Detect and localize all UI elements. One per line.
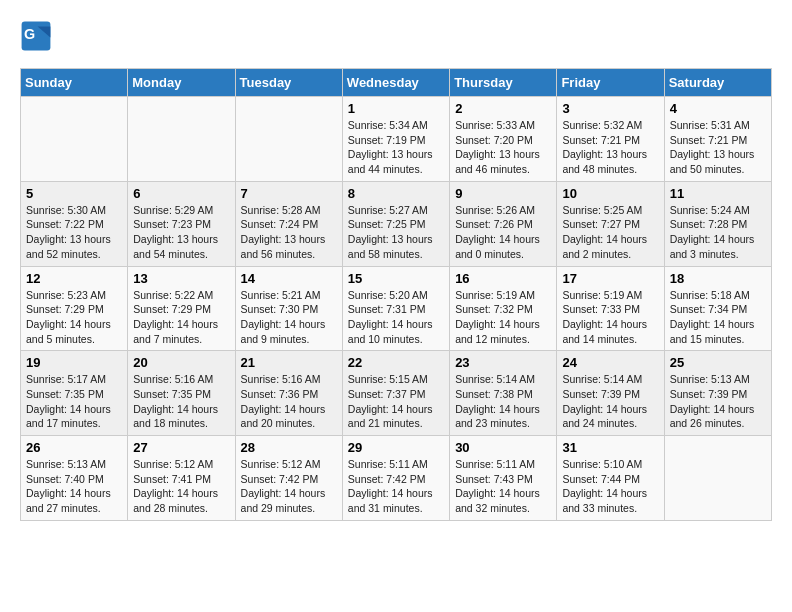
day-number: 30 (455, 440, 551, 455)
day-info: Sunrise: 5:26 AMSunset: 7:26 PMDaylight:… (455, 203, 551, 262)
calendar-cell: 29Sunrise: 5:11 AMSunset: 7:42 PMDayligh… (342, 436, 449, 521)
calendar-cell: 4Sunrise: 5:31 AMSunset: 7:21 PMDaylight… (664, 97, 771, 182)
calendar-week-row: 1Sunrise: 5:34 AMSunset: 7:19 PMDaylight… (21, 97, 772, 182)
calendar-cell: 16Sunrise: 5:19 AMSunset: 7:32 PMDayligh… (450, 266, 557, 351)
day-info: Sunrise: 5:12 AMSunset: 7:42 PMDaylight:… (241, 457, 337, 516)
day-info: Sunrise: 5:30 AMSunset: 7:22 PMDaylight:… (26, 203, 122, 262)
day-number: 1 (348, 101, 444, 116)
day-info: Sunrise: 5:24 AMSunset: 7:28 PMDaylight:… (670, 203, 766, 262)
calendar-cell: 9Sunrise: 5:26 AMSunset: 7:26 PMDaylight… (450, 181, 557, 266)
calendar-cell: 17Sunrise: 5:19 AMSunset: 7:33 PMDayligh… (557, 266, 664, 351)
calendar-cell: 12Sunrise: 5:23 AMSunset: 7:29 PMDayligh… (21, 266, 128, 351)
day-number: 5 (26, 186, 122, 201)
day-info: Sunrise: 5:25 AMSunset: 7:27 PMDaylight:… (562, 203, 658, 262)
calendar-cell: 3Sunrise: 5:32 AMSunset: 7:21 PMDaylight… (557, 97, 664, 182)
day-number: 4 (670, 101, 766, 116)
day-number: 27 (133, 440, 229, 455)
svg-text:G: G (24, 26, 35, 42)
day-info: Sunrise: 5:32 AMSunset: 7:21 PMDaylight:… (562, 118, 658, 177)
day-number: 21 (241, 355, 337, 370)
calendar-cell: 27Sunrise: 5:12 AMSunset: 7:41 PMDayligh… (128, 436, 235, 521)
day-number: 25 (670, 355, 766, 370)
calendar-week-row: 12Sunrise: 5:23 AMSunset: 7:29 PMDayligh… (21, 266, 772, 351)
calendar-week-row: 26Sunrise: 5:13 AMSunset: 7:40 PMDayligh… (21, 436, 772, 521)
day-number: 28 (241, 440, 337, 455)
day-number: 31 (562, 440, 658, 455)
day-info: Sunrise: 5:19 AMSunset: 7:33 PMDaylight:… (562, 288, 658, 347)
day-number: 24 (562, 355, 658, 370)
day-info: Sunrise: 5:15 AMSunset: 7:37 PMDaylight:… (348, 372, 444, 431)
calendar-table: SundayMondayTuesdayWednesdayThursdayFrid… (20, 68, 772, 521)
weekday-header: Thursday (450, 69, 557, 97)
day-info: Sunrise: 5:13 AMSunset: 7:40 PMDaylight:… (26, 457, 122, 516)
calendar-cell (21, 97, 128, 182)
calendar-week-row: 19Sunrise: 5:17 AMSunset: 7:35 PMDayligh… (21, 351, 772, 436)
calendar-cell: 10Sunrise: 5:25 AMSunset: 7:27 PMDayligh… (557, 181, 664, 266)
day-info: Sunrise: 5:13 AMSunset: 7:39 PMDaylight:… (670, 372, 766, 431)
calendar-header-row: SundayMondayTuesdayWednesdayThursdayFrid… (21, 69, 772, 97)
day-info: Sunrise: 5:10 AMSunset: 7:44 PMDaylight:… (562, 457, 658, 516)
day-number: 10 (562, 186, 658, 201)
calendar-cell (664, 436, 771, 521)
day-info: Sunrise: 5:28 AMSunset: 7:24 PMDaylight:… (241, 203, 337, 262)
day-number: 9 (455, 186, 551, 201)
calendar-cell: 2Sunrise: 5:33 AMSunset: 7:20 PMDaylight… (450, 97, 557, 182)
day-number: 15 (348, 271, 444, 286)
day-number: 17 (562, 271, 658, 286)
day-info: Sunrise: 5:20 AMSunset: 7:31 PMDaylight:… (348, 288, 444, 347)
logo-icon: G (20, 20, 52, 52)
day-info: Sunrise: 5:27 AMSunset: 7:25 PMDaylight:… (348, 203, 444, 262)
day-info: Sunrise: 5:14 AMSunset: 7:38 PMDaylight:… (455, 372, 551, 431)
day-number: 2 (455, 101, 551, 116)
day-info: Sunrise: 5:22 AMSunset: 7:29 PMDaylight:… (133, 288, 229, 347)
page-header: G (20, 20, 772, 52)
day-info: Sunrise: 5:18 AMSunset: 7:34 PMDaylight:… (670, 288, 766, 347)
calendar-cell: 26Sunrise: 5:13 AMSunset: 7:40 PMDayligh… (21, 436, 128, 521)
calendar-cell: 28Sunrise: 5:12 AMSunset: 7:42 PMDayligh… (235, 436, 342, 521)
calendar-cell: 30Sunrise: 5:11 AMSunset: 7:43 PMDayligh… (450, 436, 557, 521)
day-info: Sunrise: 5:29 AMSunset: 7:23 PMDaylight:… (133, 203, 229, 262)
weekday-header: Saturday (664, 69, 771, 97)
day-number: 26 (26, 440, 122, 455)
day-number: 7 (241, 186, 337, 201)
calendar-cell: 25Sunrise: 5:13 AMSunset: 7:39 PMDayligh… (664, 351, 771, 436)
day-info: Sunrise: 5:14 AMSunset: 7:39 PMDaylight:… (562, 372, 658, 431)
calendar-cell: 19Sunrise: 5:17 AMSunset: 7:35 PMDayligh… (21, 351, 128, 436)
day-number: 16 (455, 271, 551, 286)
day-number: 6 (133, 186, 229, 201)
day-info: Sunrise: 5:11 AMSunset: 7:43 PMDaylight:… (455, 457, 551, 516)
day-number: 29 (348, 440, 444, 455)
calendar-cell: 24Sunrise: 5:14 AMSunset: 7:39 PMDayligh… (557, 351, 664, 436)
calendar-cell: 22Sunrise: 5:15 AMSunset: 7:37 PMDayligh… (342, 351, 449, 436)
weekday-header: Sunday (21, 69, 128, 97)
calendar-cell: 18Sunrise: 5:18 AMSunset: 7:34 PMDayligh… (664, 266, 771, 351)
day-number: 13 (133, 271, 229, 286)
calendar-cell: 6Sunrise: 5:29 AMSunset: 7:23 PMDaylight… (128, 181, 235, 266)
calendar-cell: 20Sunrise: 5:16 AMSunset: 7:35 PMDayligh… (128, 351, 235, 436)
calendar-cell (128, 97, 235, 182)
day-info: Sunrise: 5:21 AMSunset: 7:30 PMDaylight:… (241, 288, 337, 347)
day-info: Sunrise: 5:11 AMSunset: 7:42 PMDaylight:… (348, 457, 444, 516)
day-number: 12 (26, 271, 122, 286)
weekday-header: Wednesday (342, 69, 449, 97)
calendar-cell: 1Sunrise: 5:34 AMSunset: 7:19 PMDaylight… (342, 97, 449, 182)
calendar-cell: 13Sunrise: 5:22 AMSunset: 7:29 PMDayligh… (128, 266, 235, 351)
day-info: Sunrise: 5:12 AMSunset: 7:41 PMDaylight:… (133, 457, 229, 516)
calendar-cell: 8Sunrise: 5:27 AMSunset: 7:25 PMDaylight… (342, 181, 449, 266)
day-number: 23 (455, 355, 551, 370)
day-info: Sunrise: 5:16 AMSunset: 7:36 PMDaylight:… (241, 372, 337, 431)
weekday-header: Monday (128, 69, 235, 97)
day-number: 19 (26, 355, 122, 370)
calendar-cell: 14Sunrise: 5:21 AMSunset: 7:30 PMDayligh… (235, 266, 342, 351)
day-number: 3 (562, 101, 658, 116)
calendar-cell: 5Sunrise: 5:30 AMSunset: 7:22 PMDaylight… (21, 181, 128, 266)
calendar-cell (235, 97, 342, 182)
weekday-header: Tuesday (235, 69, 342, 97)
calendar-cell: 7Sunrise: 5:28 AMSunset: 7:24 PMDaylight… (235, 181, 342, 266)
day-number: 8 (348, 186, 444, 201)
day-info: Sunrise: 5:17 AMSunset: 7:35 PMDaylight:… (26, 372, 122, 431)
weekday-header: Friday (557, 69, 664, 97)
calendar-cell: 15Sunrise: 5:20 AMSunset: 7:31 PMDayligh… (342, 266, 449, 351)
day-info: Sunrise: 5:33 AMSunset: 7:20 PMDaylight:… (455, 118, 551, 177)
day-info: Sunrise: 5:34 AMSunset: 7:19 PMDaylight:… (348, 118, 444, 177)
